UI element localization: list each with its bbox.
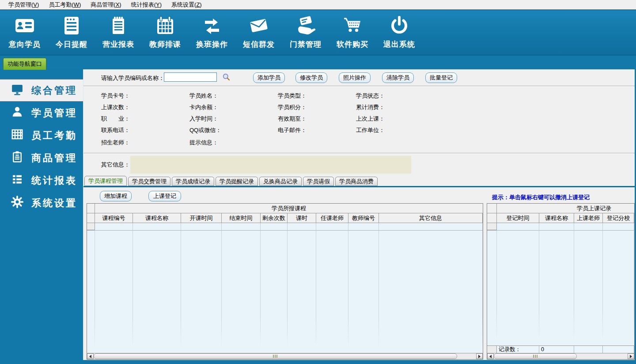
grid-body-col	[497, 231, 539, 345]
swap-arrows-icon	[201, 15, 223, 36]
tab-reminder-records[interactable]: 学员提醒记录	[216, 177, 258, 186]
column-header[interactable]: 其它信息	[379, 213, 483, 223]
scrollbar-track[interactable]	[94, 353, 476, 359]
search-icon[interactable]	[222, 73, 231, 81]
edit-student-button[interactable]: 修改学员	[295, 72, 327, 83]
h-scrollbar[interactable]	[87, 353, 483, 359]
column-header[interactable]: 课程名称	[539, 213, 574, 223]
toolbar-class-swap[interactable]: 换班操作	[191, 15, 233, 49]
grid-cell	[574, 223, 603, 230]
toolbar-item-label: 今日提醒	[56, 39, 87, 49]
toolbar-access-control[interactable]: 门禁管理	[284, 15, 327, 49]
column-header[interactable]: 教师编号	[348, 213, 379, 223]
column-header[interactable]: 开课时间	[181, 213, 222, 223]
sidebar-nav: 综合管理学员管理员工考勤商品管理统计报表系统设置	[0, 69, 83, 364]
sidebar-item-goods-mgmt[interactable]: 商品管理	[0, 147, 83, 169]
column-header[interactable]: 课程名称	[133, 213, 181, 223]
form-field-label: 学员卡号：	[101, 92, 130, 100]
toolbar-software-purchase[interactable]: 软件购买	[331, 15, 374, 49]
menu-student-mgmt[interactable]: 学员管理(V)	[4, 0, 44, 9]
toolbar-sms-broadcast[interactable]: 短信群发	[238, 15, 280, 49]
record-count-value: 0	[539, 346, 574, 353]
add-student-button[interactable]: 添加学员	[253, 72, 285, 83]
class-checkin-button[interactable]: 上课登记	[148, 191, 181, 201]
sidebar-item-stats-reports[interactable]: 统计报表	[0, 169, 83, 192]
column-header[interactable]: 登记时间	[497, 213, 539, 223]
row-header-cell	[487, 204, 497, 213]
column-header[interactable]: 任课老师	[316, 213, 348, 223]
photo-actions-button[interactable]: 照片操作	[339, 72, 371, 83]
toolbar-item-label: 短信群发	[243, 39, 275, 49]
tab-student-leave[interactable]: 学员请假	[303, 177, 334, 186]
nav-tab-function-navigation[interactable]: 功能导航窗口	[3, 58, 46, 70]
course-panel-buttons: 增加课程上课登记	[87, 190, 484, 203]
student-search-bar: 请输入学员编码或名称： 添加学员修改学员照片操作清除学员批量登记	[83, 69, 635, 86]
envelope-icon	[248, 15, 269, 36]
menu-staff-attendance[interactable]: 员工考勤(W)	[44, 0, 86, 9]
toolbar-exit-system[interactable]: 退出系统	[378, 15, 420, 49]
grid-group-title: 学员所报课程	[95, 204, 483, 213]
form-field-label: 卡内余额：	[189, 103, 218, 111]
add-course-button[interactable]: 增加课程	[100, 191, 132, 201]
menu-goods-mgmt[interactable]: 商品管理(X)	[86, 0, 126, 9]
scroll-right-button[interactable]	[476, 353, 483, 359]
form-field-label: 学员积分：	[278, 103, 307, 111]
column-header[interactable]: 结束时间	[222, 213, 261, 223]
scroll-right-button[interactable]	[628, 353, 634, 359]
toolbar-item-label: 换班操作	[196, 39, 228, 49]
content-area: 请输入学员编码或名称： 添加学员修改学员照片操作清除学员批量登记 学员卡号：学员…	[83, 69, 635, 360]
scroll-left-button[interactable]	[87, 353, 94, 359]
tab-content: 增加课程上课登记 学员所报课程课程编号课程名称开课时间结束时间剩余次数课时任课老…	[83, 187, 635, 360]
grid-column-headers: 登记时间课程名称上课老师登记分校	[487, 213, 634, 223]
tab-course-mgmt[interactable]: 学员课程管理	[84, 176, 127, 186]
course-grid: 学员所报课程课程编号课程名称开课时间结束时间剩余次数课时任课老师教师编号其它信息	[87, 203, 483, 360]
tab-goods-redeem-records[interactable]: 兑换商品记录	[259, 177, 302, 186]
sidebar-item-student-mgmt[interactable]: 学员管理	[0, 102, 83, 124]
student-search-input[interactable]	[164, 72, 217, 82]
other-info-box[interactable]	[130, 156, 411, 174]
h-scrollbar[interactable]	[487, 353, 634, 359]
grid-body-col	[181, 231, 222, 353]
grid-body-col	[95, 231, 133, 353]
sidebar-item-system-settings[interactable]: 系统设置	[0, 192, 83, 214]
reminder-window-icon	[61, 15, 82, 36]
scroll-left-button[interactable]	[487, 353, 494, 359]
toolbar-item-label: 退出系统	[383, 39, 415, 49]
toolbar-teacher-schedule[interactable]: 教师排课	[144, 15, 186, 49]
sidebar-item-label: 员工考勤	[31, 129, 77, 142]
row-header-cell	[487, 346, 497, 353]
calendar-icon	[155, 15, 176, 36]
column-header[interactable]: 课时	[288, 213, 316, 223]
row-header-cell	[87, 204, 95, 213]
toolbar-item-label: 意向学员	[9, 39, 41, 49]
column-header[interactable]: 上课老师	[574, 213, 603, 223]
shopping-cart-icon	[342, 15, 363, 36]
tab-grade-records[interactable]: 学员成绩记录	[172, 177, 214, 186]
grid-cell	[95, 223, 133, 230]
tab-goods-consumption[interactable]: 学员商品消费	[335, 177, 378, 186]
sidebar-item-general-mgmt[interactable]: 综合管理	[0, 79, 83, 102]
batch-register-button[interactable]: 批量登记	[425, 72, 457, 83]
scrollbar-thumb[interactable]	[94, 353, 457, 359]
menu-stats-reports[interactable]: 统计报表(Y)	[126, 0, 167, 9]
sidebar-item-label: 统计报表	[31, 174, 77, 187]
grid-cell	[316, 223, 348, 230]
grip-mark	[276, 355, 277, 358]
nav-strip: 功能导航窗口	[0, 55, 636, 69]
scrollbar-thumb[interactable]	[494, 353, 577, 359]
toolbar-item-label: 营业报表	[102, 39, 134, 49]
toolbar-today-reminders[interactable]: 今日提醒	[50, 15, 93, 49]
toolbar-prospective-students[interactable]: 意向学员	[4, 15, 46, 49]
column-header[interactable]: 登记分校	[603, 213, 634, 223]
clear-student-button[interactable]: 清除学员	[382, 72, 414, 83]
grid-empty-row	[87, 223, 483, 231]
grip-mark	[275, 355, 276, 358]
tab-payment-mgmt[interactable]: 学员交费管理	[128, 177, 170, 186]
column-header[interactable]: 剩余次数	[261, 213, 288, 223]
menu-system-settings[interactable]: 系统设置(Z)	[167, 0, 207, 9]
toolbar-business-report[interactable]: 营业报表	[97, 15, 140, 49]
scrollbar-track[interactable]	[494, 353, 628, 359]
column-header[interactable]: 课程编号	[95, 213, 133, 223]
sidebar-item-staff-attendance[interactable]: 员工考勤	[0, 124, 83, 147]
grid-empty-row	[487, 223, 634, 231]
